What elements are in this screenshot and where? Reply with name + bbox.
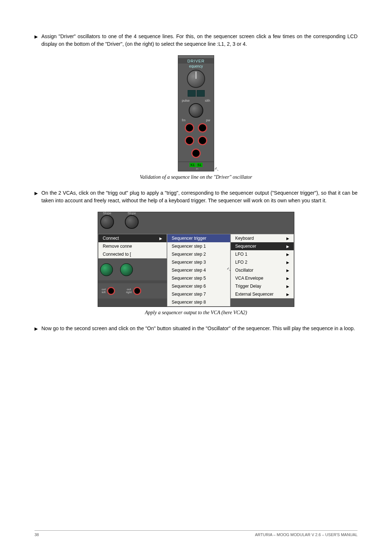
bullet-arrow: ▶	[34, 33, 38, 48]
chevron-right-icon: ▶	[159, 236, 162, 240]
driver-sub: equency	[178, 64, 214, 68]
width-label: idth	[205, 99, 210, 102]
out-right-jack: out right	[126, 287, 141, 295]
pw-jack	[198, 123, 207, 133]
menu-oscillator[interactable]: Oscillator▶	[231, 266, 294, 274]
pw-label: pw	[206, 118, 210, 122]
menu-seq-step1[interactable]: Sequencer step 1	[167, 242, 230, 250]
fm-label: fm	[182, 118, 185, 122]
menu-vca-envelope[interactable]: VCA Envelope▶	[231, 274, 294, 282]
caption-1: Validation of a sequence line on the "Dr…	[34, 174, 358, 180]
bullet-arrow: ▶	[34, 325, 38, 332]
chevron-right-icon: ▶	[286, 260, 289, 264]
bullet-arrow: ▶	[34, 190, 38, 204]
para-1: Assign "Driver" oscillators to one of th…	[41, 33, 358, 48]
para-2: On the 2 VCAs, click on the "trigg out" …	[41, 189, 358, 204]
knob-left-small-2	[120, 263, 133, 276]
menu-lfo1[interactable]: LFO 1▶	[231, 250, 294, 258]
pulse-label: pulse	[182, 99, 190, 102]
menu-seq-trigger[interactable]: Sequencer trigger	[167, 234, 230, 242]
pulsewidth-knob	[189, 103, 203, 118]
cursor-icon: ↖	[226, 266, 231, 272]
footer-title: ARTURIA – MOOG MODULAR V 2.6 – USER'S MA…	[255, 532, 358, 537]
menu-sequencer[interactable]: Sequencer▶	[231, 242, 294, 250]
slope-knob-1: Slope	[100, 215, 114, 229]
cursor-icon: ↖	[214, 165, 219, 172]
chevron-right-icon: ▶	[286, 268, 289, 272]
s1-display: S1	[196, 163, 203, 167]
driver-figure: DRIVER equency pulse idth fm pw	[178, 55, 214, 171]
out-left-jack: out left	[102, 287, 115, 295]
para-3: Now go to the second screen and click on…	[41, 325, 358, 332]
jack-3	[185, 136, 194, 145]
chevron-right-icon: ▶	[286, 284, 289, 288]
menu-seq-step7[interactable]: Sequencer step 7	[167, 290, 230, 298]
page-footer: 38 ARTURIA – MOOG MODULAR V 2.6 – USER'S…	[34, 530, 358, 537]
slope-knob-2: Slope	[125, 215, 139, 229]
driver-title: DRIVER	[178, 58, 214, 64]
menu-seq-step8[interactable]: Sequencer step 8	[167, 298, 230, 306]
chevron-right-icon: ▶	[286, 252, 289, 256]
menu-seq-step6[interactable]: Sequencer step 6	[167, 282, 230, 290]
chevron-right-icon: ▶	[286, 276, 289, 280]
chevron-right-icon: ▶	[286, 236, 289, 240]
chevron-right-icon: ▶	[286, 292, 289, 296]
menu-lfo2[interactable]: LFO 2▶	[231, 258, 294, 266]
chevron-right-icon: ▶	[286, 244, 289, 248]
jack-5	[191, 149, 201, 158]
lcd-1	[188, 90, 196, 97]
in-label: in	[178, 167, 214, 170]
knob-left-small-1	[100, 263, 113, 276]
menu-seq-step4[interactable]: Sequencer step 4	[167, 266, 230, 274]
page-number: 38	[34, 532, 39, 537]
menu-remove[interactable]: Remove conne	[98, 242, 167, 250]
jack-4	[198, 136, 207, 145]
menu-trigger-delay[interactable]: Trigger Delay▶	[231, 282, 294, 290]
vca-menu-figure: Slope Slope Connect▶ Remove conne Connec…	[98, 212, 294, 307]
k1-display: K1	[189, 163, 196, 167]
menu-seq-step3[interactable]: Sequencer step 3	[167, 258, 230, 266]
menu-keyboard[interactable]: Keyboard▶	[231, 234, 294, 242]
menu-external-sequencer[interactable]: External Sequencer▶	[231, 290, 294, 298]
lcd-2	[197, 90, 205, 97]
fm-jack	[185, 123, 194, 133]
menu-seq-step5[interactable]: Sequencer step 5	[167, 274, 230, 282]
menu-seq-step2[interactable]: Sequencer step 2	[167, 250, 230, 258]
frequency-knob	[187, 70, 205, 88]
menu-connected-to[interactable]: Connected to [	[98, 250, 167, 258]
caption-2: Apply a sequencer output to the VCA (her…	[34, 310, 358, 316]
menu-connect[interactable]: Connect▶	[98, 234, 167, 242]
